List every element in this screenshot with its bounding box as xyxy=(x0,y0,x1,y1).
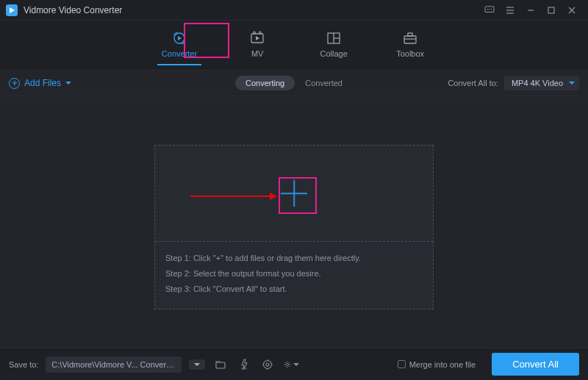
close-button[interactable] xyxy=(562,0,582,21)
svg-point-28 xyxy=(266,363,269,366)
convert-all-to-label: Convert All to: xyxy=(448,79,498,87)
add-files-button[interactable]: Add Files xyxy=(9,78,71,89)
step-text: Step 3: Click "Convert All" to start. xyxy=(165,282,423,297)
titlebar: Vidmore Video Converter xyxy=(0,0,588,21)
svg-point-27 xyxy=(264,360,272,368)
svg-rect-9 xyxy=(548,7,554,13)
maximize-button[interactable] xyxy=(541,0,562,21)
svg-rect-24 xyxy=(216,362,225,368)
tab-converter[interactable]: Converter xyxy=(157,28,201,65)
tab-toolbox[interactable]: Toolbox xyxy=(390,28,431,65)
settings-button[interactable] xyxy=(283,356,299,373)
converter-icon xyxy=(171,31,187,46)
output-format-select[interactable]: MP4 4K Video xyxy=(504,76,579,90)
secondary-bar: Add Files Converting Converted Convert A… xyxy=(0,70,588,96)
add-files-label: Add Files xyxy=(24,78,61,88)
svg-point-3 xyxy=(489,8,490,10)
feedback-icon[interactable] xyxy=(479,0,500,21)
nav-label: MV xyxy=(251,49,264,58)
nav-label: Collage xyxy=(320,49,347,58)
chevron-down-icon xyxy=(194,363,200,366)
add-file-plus-icon[interactable] xyxy=(281,180,307,207)
tab-collage[interactable]: Collage xyxy=(313,28,354,65)
convert-all-to: Convert All to: MP4 4K Video xyxy=(448,76,579,90)
minimize-button[interactable] xyxy=(520,0,541,21)
merge-checkbox[interactable]: Merge into one file xyxy=(398,360,476,369)
svg-marker-0 xyxy=(10,7,15,13)
toolbox-icon xyxy=(402,31,418,46)
content-area: Step 1: Click "+" to add files or drag t… xyxy=(0,96,588,309)
high-speed-button[interactable] xyxy=(259,356,276,373)
nav-label: Converter xyxy=(162,49,197,58)
output-path-field[interactable]: C:\Vidmore\Vidmore V... Converter\Conver… xyxy=(46,356,182,373)
svg-point-4 xyxy=(491,8,492,10)
app-title: Vidmore Video Converter xyxy=(24,5,479,15)
format-selected-label: MP4 4K Video xyxy=(512,79,563,87)
output-path-dropdown[interactable] xyxy=(189,359,205,370)
drop-zone-steps: Step 1: Click "+" to add files or drag t… xyxy=(155,241,433,309)
sub-tabs: Converting Converted xyxy=(235,76,353,90)
convert-all-button[interactable]: Convert All xyxy=(492,353,579,376)
tab-mv[interactable]: MV xyxy=(237,28,278,65)
hardware-accel-button[interactable]: OFF xyxy=(236,356,252,373)
annotation-arrow xyxy=(190,193,277,200)
svg-point-16 xyxy=(259,32,262,34)
nav-label: Toolbox xyxy=(396,49,424,58)
svg-marker-13 xyxy=(178,36,182,40)
svg-rect-21 xyxy=(404,36,416,43)
svg-point-2 xyxy=(487,8,489,10)
open-folder-button[interactable] xyxy=(212,356,229,373)
sub-tab-converted[interactable]: Converted xyxy=(295,76,353,90)
step-text: Step 2: Select the output format you des… xyxy=(165,266,423,282)
svg-marker-17 xyxy=(256,36,259,40)
svg-point-33 xyxy=(287,363,289,365)
plus-circle-icon xyxy=(9,78,20,89)
step-text: Step 1: Click "+" to add files or drag t… xyxy=(165,251,423,266)
svg-point-15 xyxy=(254,32,256,34)
mv-icon xyxy=(249,31,265,46)
save-to-label: Save to: xyxy=(9,360,38,369)
bottom-bar: Save to: C:\Vidmore\Vidmore V... Convert… xyxy=(0,348,588,380)
chevron-down-icon xyxy=(65,82,71,85)
sub-tab-converting[interactable]: Converting xyxy=(235,76,295,90)
menu-icon[interactable] xyxy=(500,0,520,21)
main-nav: Converter MV Collage Toolbox xyxy=(0,21,588,70)
chevron-down-icon xyxy=(293,363,299,366)
drop-zone[interactable]: Step 1: Click "+" to add files or drag t… xyxy=(154,145,434,309)
drop-zone-top xyxy=(155,146,433,241)
collage-icon xyxy=(326,31,342,46)
svg-rect-22 xyxy=(408,33,412,36)
chevron-down-icon xyxy=(569,82,575,85)
merge-label: Merge into one file xyxy=(409,360,476,369)
svg-text:OFF: OFF xyxy=(241,367,248,370)
app-logo xyxy=(6,4,18,16)
checkbox-icon xyxy=(398,360,406,368)
